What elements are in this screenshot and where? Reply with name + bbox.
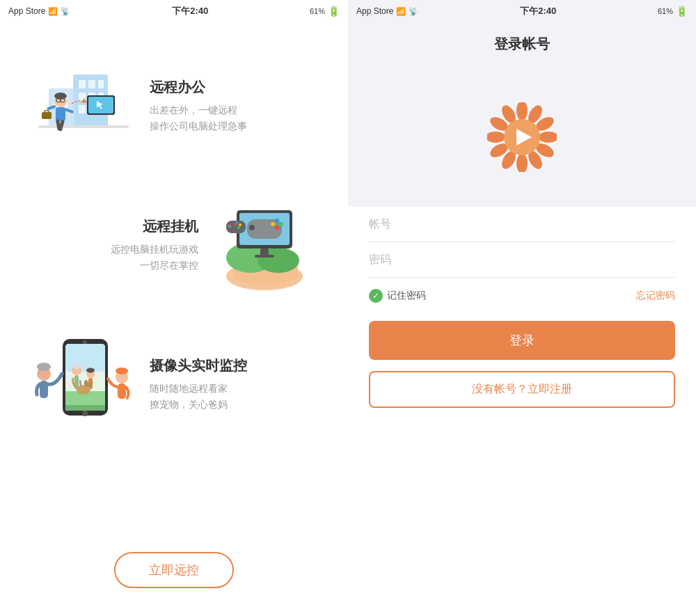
svg-point-66 xyxy=(72,363,81,369)
remember-text: 记住密码 xyxy=(387,290,426,302)
svg-rect-20 xyxy=(56,107,65,121)
time-left: 下午2:40 xyxy=(70,5,310,17)
office-text: 远程办公 出差在外，一键远程 操作公司电脑处理急事 xyxy=(139,78,320,134)
svg-point-54 xyxy=(237,226,240,229)
svg-point-46 xyxy=(279,222,283,226)
wifi-icon-right: 📡 xyxy=(409,7,418,16)
feature-gaming: 远程挂机 远控电脑挂机玩游戏 一切尽在掌控 xyxy=(14,175,334,315)
office-illustration xyxy=(28,57,139,155)
feature-office: 远程办公 出差在外，一键远程 操作公司电脑处理急事 xyxy=(14,36,334,175)
gaming-illustration xyxy=(209,196,320,294)
right-panel: 登录帐号 xyxy=(348,0,696,616)
svg-point-70 xyxy=(86,368,95,373)
login-button[interactable]: 登录 xyxy=(369,321,675,360)
app-store-label-right: App Store xyxy=(356,6,393,16)
remember-checkbox[interactable]: ✓ xyxy=(369,289,383,303)
svg-point-56 xyxy=(239,223,242,226)
account-input[interactable] xyxy=(369,207,675,242)
office-title: 远程办公 xyxy=(150,78,310,97)
gaming-text: 远程挂机 远控电脑挂机玩游戏 一切尽在掌控 xyxy=(28,217,209,273)
remember-label[interactable]: ✓ 记住密码 xyxy=(369,289,426,303)
gaming-title: 远程挂机 xyxy=(38,217,198,236)
svg-point-85 xyxy=(539,132,557,143)
feature-camera: 摄像头实时监控 随时随地远程看家 撩宠物，关心爸妈 xyxy=(14,315,334,454)
signal-icon-left: 📶 xyxy=(48,7,58,16)
gaming-desc: 远控电脑挂机玩游戏 一切尽在掌控 xyxy=(38,242,198,273)
svg-point-88 xyxy=(516,154,528,172)
svg-point-80 xyxy=(116,368,128,374)
svg-point-52 xyxy=(228,225,232,228)
svg-point-45 xyxy=(275,226,279,230)
left-panel: 远程办公 出差在外，一键远程 操作公司电脑处理急事 xyxy=(0,0,348,616)
svg-rect-61 xyxy=(65,344,105,372)
wifi-icon-left: 📡 xyxy=(61,7,70,16)
camera-text: 摄像头实时监控 随时随地远程看家 撩宠物，关心爸妈 xyxy=(139,356,320,412)
camera-desc: 随时随地远程看家 撩宠物，关心爸妈 xyxy=(150,381,310,412)
logo-area xyxy=(348,74,696,207)
svg-rect-14 xyxy=(38,125,129,128)
svg-rect-50 xyxy=(255,255,274,258)
battery-icon-left: 🔋 xyxy=(328,6,340,17)
app-logo xyxy=(487,102,557,172)
svg-point-55 xyxy=(235,221,238,224)
remote-control-button[interactable]: 立即远控 xyxy=(114,552,234,588)
svg-rect-4 xyxy=(79,93,86,101)
time-right: 下午2:40 xyxy=(418,5,658,17)
svg-rect-7 xyxy=(79,105,86,113)
signal-icon-right: 📶 xyxy=(396,7,406,16)
svg-rect-1 xyxy=(79,80,86,88)
svg-rect-28 xyxy=(88,97,113,113)
login-form: ✓ 记住密码 忘记密码 登录 没有帐号？立即注册 xyxy=(348,207,696,616)
battery-pct-right: 61% xyxy=(658,7,673,15)
camera-title: 摄像头实时监控 xyxy=(150,356,310,375)
svg-rect-3 xyxy=(98,80,104,88)
svg-point-82 xyxy=(516,102,528,120)
forgot-password-link[interactable]: 忘记密码 xyxy=(636,290,675,302)
svg-point-48 xyxy=(275,219,279,223)
camera-illustration xyxy=(28,335,139,433)
battery-pct-left: 61% xyxy=(310,7,325,15)
svg-point-19 xyxy=(54,93,67,100)
svg-point-91 xyxy=(487,132,505,143)
app-store-label-left: App Store xyxy=(8,6,45,16)
svg-point-44 xyxy=(249,225,255,230)
features-list: 远程办公 出差在外，一键远程 操作公司电脑处理急事 xyxy=(0,22,348,454)
svg-point-75 xyxy=(82,411,88,416)
office-desc: 出差在外，一键远程 操作公司电脑处理急事 xyxy=(150,102,310,134)
svg-rect-63 xyxy=(65,405,105,411)
svg-rect-49 xyxy=(260,248,269,255)
svg-rect-81 xyxy=(118,384,126,399)
login-title: 登录帐号 xyxy=(494,22,550,74)
register-button[interactable]: 没有帐号？立即注册 xyxy=(369,371,675,408)
svg-point-47 xyxy=(271,222,275,226)
battery-icon-right: 🔋 xyxy=(676,6,688,17)
password-input[interactable] xyxy=(369,242,675,278)
remember-row: ✓ 记住密码 忘记密码 xyxy=(369,278,675,314)
svg-rect-2 xyxy=(88,80,95,88)
svg-point-77 xyxy=(37,363,51,371)
